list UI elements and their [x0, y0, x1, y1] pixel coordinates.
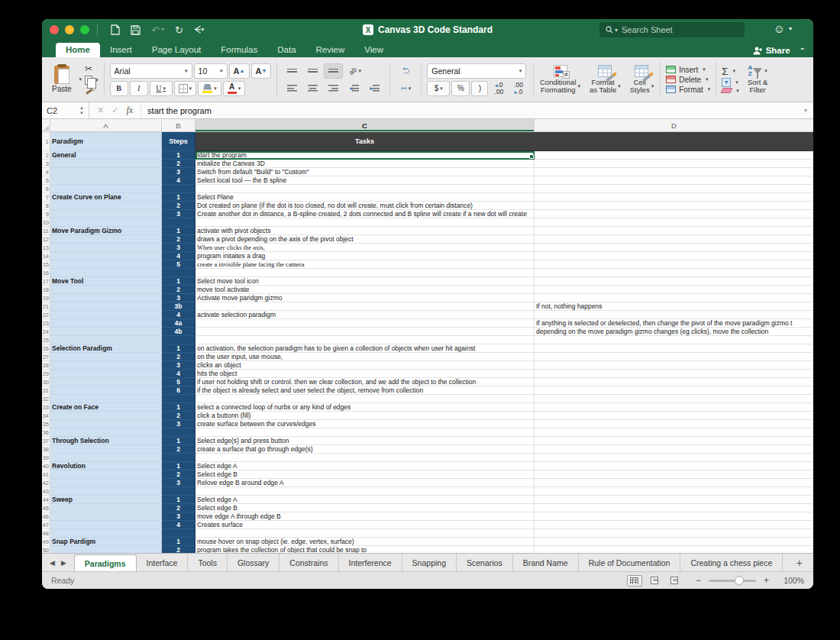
cell-b11[interactable]: 1 — [162, 227, 195, 235]
cell-c50[interactable]: program takes the collection of object t… — [195, 546, 535, 553]
row-header[interactable]: 19 — [42, 294, 50, 302]
cell-d40[interactable] — [535, 462, 813, 470]
redo-icon[interactable]: ↻ — [175, 25, 183, 35]
cell-c18[interactable]: move tool activate — [195, 286, 535, 294]
italic-button[interactable]: I — [130, 81, 148, 96]
cell-d2[interactable] — [535, 151, 813, 160]
cell-d22[interactable] — [535, 311, 813, 319]
cell-c19[interactable]: Activate move paridgm gizmo — [195, 294, 535, 302]
row-header[interactable]: 38 — [42, 445, 50, 454]
cell-b45[interactable]: 2 — [162, 504, 195, 512]
cell-c42[interactable]: Relove edge B around edge A — [195, 479, 535, 487]
cell-a12[interactable] — [50, 235, 162, 244]
cell-b5[interactable]: 4 — [162, 176, 195, 185]
sheet-tab-glossary[interactable]: Glossary — [228, 554, 279, 571]
search-sheet-input[interactable]: ▾ Search Sheet — [599, 22, 745, 37]
cell-c40[interactable]: Select edge A — [195, 462, 535, 470]
cell-styles-button[interactable]: CellStyles▾ — [625, 60, 658, 99]
cell-a43[interactable] — [50, 487, 162, 496]
formula-bar-expand-icon[interactable]: ▾ — [804, 107, 813, 114]
cell-d25[interactable] — [535, 336, 813, 344]
underline-button[interactable]: U▾ — [150, 81, 173, 96]
insert-function-icon[interactable]: fx — [126, 105, 133, 116]
cell-d43[interactable] — [535, 487, 813, 496]
row-header[interactable]: 30 — [42, 378, 50, 386]
cell-c30[interactable]: if user not holding shift or control. th… — [195, 378, 535, 386]
sheet-tab-interference[interactable]: Interference — [339, 554, 402, 571]
cell-d37[interactable] — [535, 437, 813, 445]
cell-b19[interactable]: 3 — [162, 294, 195, 302]
cell-c8[interactable]: Dot created on plane (if the dot is too … — [195, 202, 535, 210]
row-header[interactable]: 26 — [42, 344, 50, 353]
save-icon[interactable] — [131, 25, 141, 35]
cell-d31[interactable] — [535, 386, 813, 395]
cell-d39[interactable] — [535, 454, 813, 462]
cell-c41[interactable]: Select edge B — [195, 470, 535, 479]
cell-c44[interactable]: Select edge A — [195, 496, 535, 504]
cell-a47[interactable] — [50, 521, 162, 529]
row-header[interactable]: 43 — [42, 487, 50, 496]
insert-cells-button[interactable]: Insert▾ — [666, 66, 710, 74]
cell-c48[interactable] — [195, 529, 535, 538]
cell-c33[interactable]: select a connected loop of nurbs or any … — [195, 403, 535, 412]
conditional-formatting-button[interactable]: ≠ ConditionalFormatting▾ — [535, 60, 585, 99]
sheet-tab-brand-name[interactable]: Brand Name — [513, 554, 579, 571]
cell-a42[interactable] — [50, 479, 162, 487]
row-header[interactable]: 28 — [42, 361, 50, 370]
decrease-font-button[interactable]: A▼ — [251, 63, 272, 79]
row-header[interactable]: 11 — [42, 227, 50, 235]
cell-b23[interactable]: 4a — [162, 319, 195, 328]
cell-b21[interactable]: 3b — [162, 302, 195, 311]
row-header[interactable]: 37 — [42, 437, 50, 445]
cell-d24[interactable]: depending on the move paradigm gizmo cha… — [535, 328, 813, 336]
row-header[interactable]: 47 — [42, 521, 50, 529]
borders-button[interactable]: ▾ — [174, 81, 197, 96]
cell-b28[interactable]: 3 — [162, 361, 195, 370]
increase-indent-button[interactable]: ▸ — [365, 81, 384, 96]
row-header[interactable]: 6 — [42, 185, 50, 193]
cell-c22[interactable]: activate selection paradigm — [195, 311, 535, 319]
cut-icon[interactable]: ✂ — [85, 63, 99, 74]
sheet-tab-snapping[interactable]: Snapping — [402, 554, 457, 571]
fill-color-button[interactable]: ▾ — [198, 81, 221, 96]
cell-d33[interactable] — [535, 403, 813, 412]
cell-d41[interactable] — [535, 470, 813, 479]
cell-d30[interactable] — [535, 378, 813, 386]
sheet-tab-creating-a-chess-piece[interactable]: Creating a chess piece — [680, 554, 783, 571]
cell-b7[interactable]: 1 — [162, 193, 195, 202]
cell-d34[interactable] — [535, 412, 813, 420]
cell-b41[interactable]: 2 — [162, 470, 195, 479]
cell-a5[interactable] — [50, 176, 162, 185]
cell-a40[interactable]: Revolution — [50, 462, 162, 470]
cell-c28[interactable]: clicks an object — [195, 361, 535, 370]
tab-data[interactable]: Data — [267, 43, 305, 57]
cell-c10[interactable] — [195, 218, 535, 227]
cell-b43[interactable] — [162, 487, 195, 496]
font-name-select[interactable]: Arial▾ — [110, 63, 192, 79]
cell-d26[interactable] — [535, 344, 813, 353]
row-header[interactable]: 13 — [42, 244, 50, 252]
cell-a25[interactable] — [50, 336, 162, 344]
row-header[interactable]: 49 — [42, 538, 50, 546]
sheet-tab-constrains[interactable]: Constrains — [279, 554, 338, 571]
cell-b35[interactable]: 3 — [162, 420, 195, 428]
cell-c23[interactable] — [195, 319, 535, 328]
cell-c27[interactable]: on the user input, use mouse, — [195, 353, 535, 361]
cell-c3[interactable]: initialize the Canvas 3D — [195, 160, 535, 168]
cell-a26[interactable]: Selection Paradigm — [50, 344, 162, 353]
row-header[interactable]: 24 — [42, 328, 50, 336]
row-header[interactable]: 16 — [42, 269, 50, 277]
cell-b29[interactable]: 4 — [162, 370, 195, 378]
cell-c21[interactable] — [195, 302, 535, 311]
cell-a30[interactable] — [50, 378, 162, 386]
cell-a37[interactable]: Through Selection — [50, 437, 162, 445]
row-header[interactable]: 48 — [42, 529, 50, 538]
cell-d11[interactable] — [535, 227, 813, 235]
cell-b6[interactable] — [162, 185, 195, 193]
row-header[interactable]: 5 — [42, 176, 50, 185]
increase-decimal-button[interactable]: ◂.0.00 — [489, 81, 508, 96]
cell-c49[interactable]: mouse hover on snap object (ie. edge, ve… — [195, 538, 535, 546]
cell-d9[interactable] — [535, 210, 813, 218]
cell-b14[interactable]: 4 — [162, 252, 195, 260]
sheet-tab-paradigms[interactable]: Paradigms — [74, 554, 137, 571]
